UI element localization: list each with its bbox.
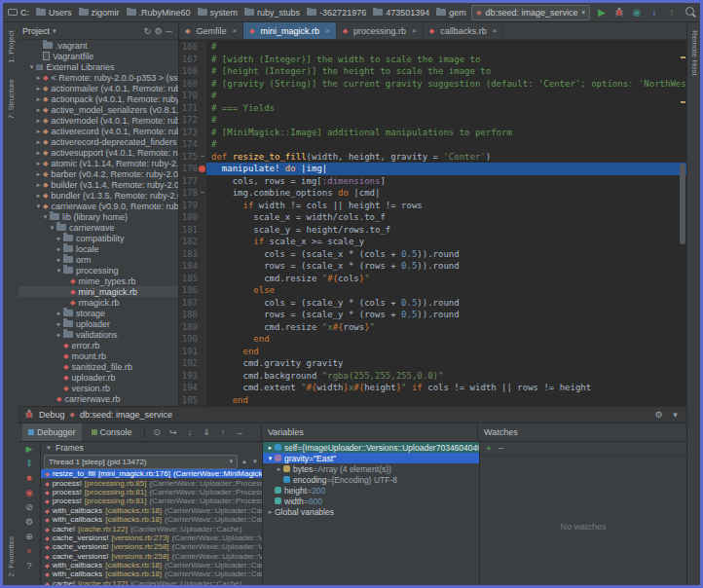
code-text[interactable]: scale_x = width/cols.to_f: [206, 211, 686, 224]
code-text[interactable]: # === Yields: [206, 102, 686, 115]
stack-frame-row[interactable]: ◆cache![cache.rb:122](CarrierWave::Uploa…: [41, 579, 262, 585]
variable-row[interactable]: encoding = {Encoding} UTF-8: [263, 474, 479, 485]
code-text[interactable]: #: [206, 138, 686, 151]
chevron-down-icon[interactable]: ▾: [55, 267, 63, 275]
chevron-right-icon[interactable]: ▸: [34, 117, 43, 125]
line-number-gutter[interactable]: 175−: [179, 151, 206, 164]
previous-frame-icon[interactable]: ▲: [240, 459, 248, 464]
chevron-right-icon[interactable]: ▸: [34, 170, 43, 178]
variable-row[interactable]: ▸Global variables: [263, 506, 479, 517]
stop-icon[interactable]: ■: [22, 473, 36, 484]
line-number-gutter[interactable]: 166: [179, 41, 206, 54]
variable-row[interactable]: ▸bytes = Array (4 element(s)): [263, 463, 479, 474]
editor-tab[interactable]: ◆mini_magick.rb×: [243, 22, 337, 39]
vcs-update-icon[interactable]: ↓: [648, 8, 660, 18]
project-tree-item[interactable]: ▸◆activemodel (v4.0.1, Remote: ruby-2.0.…: [18, 115, 178, 126]
code-text[interactable]: img.combine_options do |cmd|: [206, 187, 686, 200]
project-tree-item[interactable]: ◆uploader.rb: [18, 372, 178, 383]
line-number-gutter[interactable]: 189: [179, 321, 206, 334]
line-number-gutter[interactable]: 194: [179, 382, 206, 394]
project-tree-item[interactable]: ▸uploader: [18, 318, 178, 329]
tool-window-button[interactable]: Remote Host: [690, 30, 699, 76]
project-tree-item[interactable]: ▸◆< Remote: ruby-2.0.0-p353 > (ssh://vag…: [18, 72, 178, 83]
variable-row[interactable]: width = 600: [263, 496, 479, 506]
project-tree-item[interactable]: ▾▤External Libraries: [18, 61, 178, 72]
line-number-gutter[interactable]: 192: [179, 357, 206, 370]
breadcrumb-item[interactable]: C:: [8, 8, 29, 18]
chevron-right-icon[interactable]: ▸: [55, 256, 63, 264]
code-text[interactable]: cmd.resize "#{cols}": [206, 273, 686, 285]
project-tree-item[interactable]: ◆rmagick.rb: [18, 297, 178, 308]
scrollbar-thumb[interactable]: [680, 164, 685, 244]
editor-tab[interactable]: ◆Gemfile×: [179, 22, 243, 39]
project-tree-item[interactable]: ▸◆activerecord (v4.0.1, Remote: ruby-2.0…: [18, 126, 178, 136]
project-tree-item[interactable]: ▸◆activerecord-deprecated_finders (v1.0.…: [18, 136, 178, 147]
search-icon[interactable]: [684, 7, 695, 18]
settings-icon[interactable]: ⚙: [653, 410, 664, 420]
breadcrumb-item[interactable]: -362721976: [307, 8, 366, 18]
line-number-gutter[interactable]: 186: [179, 284, 206, 297]
mute-breakpoints-icon[interactable]: ⊘: [22, 502, 36, 513]
chevron-right-icon[interactable]: ▸: [34, 74, 43, 82]
force-step-into-icon[interactable]: ⇓: [201, 427, 213, 437]
stack-frame-row[interactable]: ◆with_callbacks[callbacks.rb:18](Carrier…: [41, 561, 262, 570]
filter-icon[interactable]: ▼: [46, 445, 52, 451]
stack-frame-row[interactable]: ◆cache_versions![versions.rb:258](Carrie…: [41, 552, 262, 561]
stack-frame-row[interactable]: ◆with_callbacks[callbacks.rb:18](Carrier…: [41, 506, 262, 515]
stack-frame-row[interactable]: ◆process![processing.rb:81](CarrierWave:…: [41, 488, 262, 496]
thread-combo[interactable]: Thread 1 [sleep] (pid 13472) ▾: [44, 455, 238, 469]
chevron-right-icon[interactable]: ▸: [34, 106, 43, 114]
code-text[interactable]: rows = (scale_y * (rows + 0.5)).round: [206, 309, 686, 321]
line-number-gutter[interactable]: 174: [179, 138, 206, 151]
breadcrumb-item[interactable]: Users: [36, 8, 72, 18]
code-text[interactable]: cols = (scale_y * (cols + 0.5)).round: [206, 297, 686, 310]
project-tree-item[interactable]: ▸validations: [18, 329, 178, 340]
line-number-gutter[interactable]: 183: [179, 248, 206, 261]
stack-frame-row[interactable]: ◆process![processing.rb:85](CarrierWave:…: [41, 478, 262, 487]
error-stripe-mark[interactable]: [681, 101, 685, 103]
code-text[interactable]: scale_y = height/rows.to_f: [206, 224, 686, 237]
breadcrumb-item[interactable]: 473501394: [373, 8, 429, 18]
project-tree-item[interactable]: ▸◆bundler (v1.3.5, Remote: ruby-2.0.0-p3…: [18, 190, 178, 201]
variable-row[interactable]: height = 200: [263, 485, 479, 496]
project-tree-item[interactable]: ◆carrierwave.rb: [18, 393, 178, 404]
pin-icon[interactable]: ⊕: [22, 532, 36, 542]
code-text[interactable]: #: [206, 41, 686, 54]
line-number-gutter[interactable]: 181: [179, 224, 206, 237]
code-text[interactable]: #: [206, 114, 686, 127]
line-number-gutter[interactable]: 171: [179, 102, 206, 115]
chevron-right-icon[interactable]: ▸: [266, 444, 275, 452]
line-number-gutter[interactable]: 173: [179, 127, 206, 139]
remove-watch-button[interactable]: −: [499, 443, 504, 454]
project-tree-item[interactable]: ▾◆carrierwave (v0.9.0, Remote: ruby-2.0.…: [18, 201, 178, 211]
code-text[interactable]: end: [206, 394, 686, 407]
code-text[interactable]: # [height (Integer)] the height to scale…: [206, 65, 686, 78]
chevron-down-icon[interactable]: ▾: [27, 63, 36, 71]
project-tree-item[interactable]: ◆mime_types.rb: [18, 276, 178, 286]
line-number-gutter[interactable]: 178−: [179, 187, 206, 200]
project-tree-item[interactable]: ▸◆builder (v3.1.4, Remote: ruby-2.0.0-p3…: [18, 179, 178, 190]
stack-frame-row[interactable]: ◆with_callbacks[callbacks.rb:18](Carrier…: [41, 515, 262, 524]
variable-row[interactable]: ▾gravity = "East": [263, 453, 479, 463]
vcs-commit-icon[interactable]: ↑: [666, 8, 678, 18]
line-number-gutter[interactable]: 167: [179, 54, 206, 66]
breakpoint-icon[interactable]: [199, 165, 205, 172]
close-icon[interactable]: ×: [22, 546, 36, 557]
breadcrumb-item[interactable]: .RubyMine60: [127, 8, 191, 18]
code-text[interactable]: if width != cols || height != rows: [206, 200, 686, 212]
error-stripe-mark[interactable]: [681, 56, 685, 58]
code-text[interactable]: cmd.background "rgba(255,255,255,0.0)": [206, 370, 686, 383]
project-tree-item[interactable]: ▸◆active_model_serializers (v0.8.1, Remo…: [18, 104, 178, 115]
close-icon[interactable]: ×: [412, 26, 417, 35]
project-tree-item[interactable]: ▾processing: [18, 265, 178, 276]
project-tree-item[interactable]: ▸storage: [18, 308, 178, 318]
close-icon[interactable]: ×: [493, 26, 498, 35]
line-number-gutter[interactable]: 185: [179, 273, 206, 285]
project-tree-item[interactable]: ◆version.rb: [18, 383, 178, 393]
step-out-icon[interactable]: ↑: [217, 427, 230, 437]
chevron-right-icon[interactable]: ▸: [266, 508, 275, 516]
stack-frame-row[interactable]: ◆cache![cache.rb:122](CarrierWave::Uploa…: [41, 524, 262, 533]
line-number-gutter[interactable]: 176: [179, 163, 206, 175]
breadcrumb-item[interactable]: gem: [436, 8, 466, 18]
stack-frame-row[interactable]: ◆resize_to_fill[mini_magick.rb:176](Carr…: [41, 469, 262, 478]
